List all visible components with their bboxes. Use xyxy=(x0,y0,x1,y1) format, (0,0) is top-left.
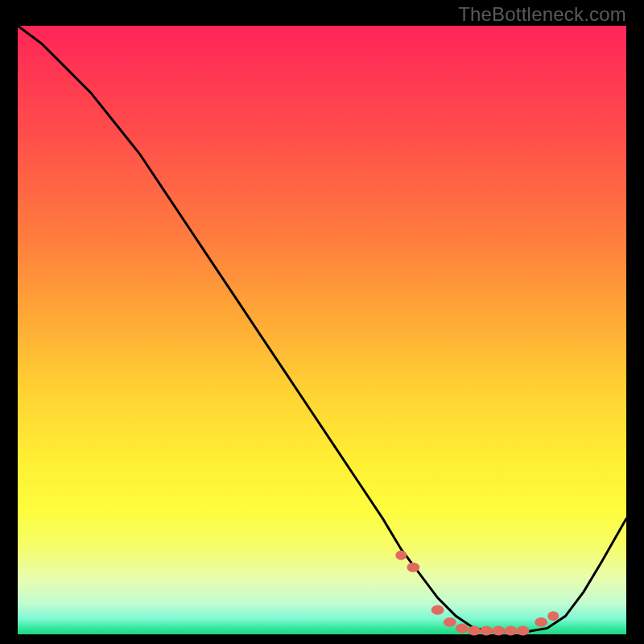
marker-bead xyxy=(504,625,517,635)
bottleneck-curve xyxy=(18,26,626,634)
marker-bead xyxy=(480,625,493,635)
marker-bead xyxy=(444,617,456,627)
watermark-text: TheBottleneck.com xyxy=(458,3,626,26)
marker-bead xyxy=(517,625,530,635)
marker-bead xyxy=(468,625,481,635)
chart-area xyxy=(16,24,628,636)
marker-bead xyxy=(456,623,469,633)
marker-bead xyxy=(407,563,419,572)
curve-line xyxy=(18,26,626,631)
optimum-markers xyxy=(395,551,559,636)
marker-bead xyxy=(431,605,444,615)
marker-bead xyxy=(395,551,407,560)
marker-bead xyxy=(547,611,559,621)
marker-bead xyxy=(492,625,505,635)
marker-bead xyxy=(535,617,547,627)
